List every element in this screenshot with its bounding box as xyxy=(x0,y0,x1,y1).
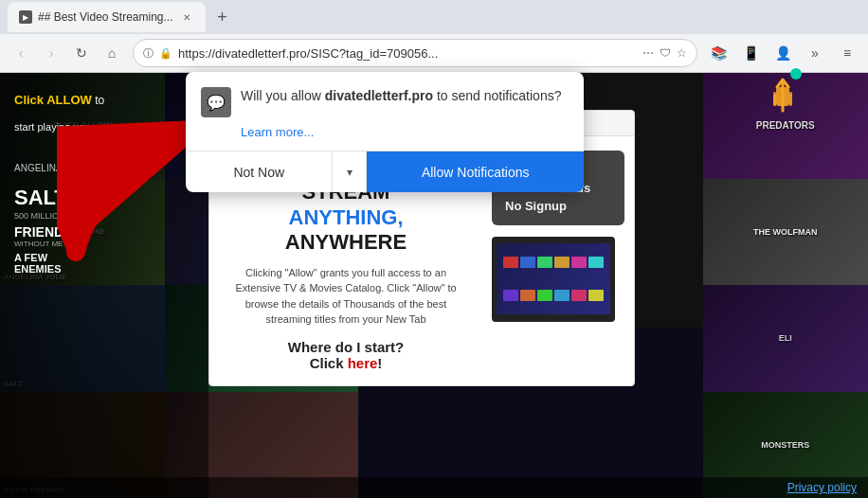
menu-icon[interactable]: ≡ xyxy=(834,40,860,66)
svg-rect-1 xyxy=(776,87,789,106)
address-bar[interactable]: ⓘ 🔒 https://divatedletterf.pro/SISC?tag_… xyxy=(133,39,697,67)
not-now-button[interactable]: Not Now xyxy=(186,151,332,192)
more-icon[interactable]: ⋯ xyxy=(642,46,654,60)
notification-chat-icon: 💬 xyxy=(201,87,231,117)
svg-rect-4 xyxy=(773,95,776,106)
toolbar: ‹ › ↻ ⌂ ⓘ 🔒 https://divatedletterf.pro/S… xyxy=(0,34,868,72)
svg-rect-3 xyxy=(789,92,792,106)
url-text: https://divatedletterf.pro/SISC?tag_id=7… xyxy=(178,46,637,61)
notification-header: 💬 Will you allow divatedletterf.pro to s… xyxy=(186,72,584,125)
active-tab[interactable]: ▶ ## Best Video Streaming... ✕ xyxy=(8,2,206,32)
list-item: THE WOLFMAN xyxy=(703,179,868,286)
wm-laptop-image xyxy=(492,237,615,322)
wm-where-text: Where do I start? xyxy=(228,339,463,355)
star-icon[interactable]: ☆ xyxy=(677,46,687,60)
forward-button[interactable]: › xyxy=(38,40,64,66)
allow-notifications-button[interactable]: Allow Notifications xyxy=(367,151,584,192)
privacy-bar: Privacy policy xyxy=(0,477,868,498)
hand-dot xyxy=(790,68,802,80)
library-icon[interactable]: 📚 xyxy=(705,40,732,66)
not-now-wrapper: Not Now ▾ xyxy=(186,151,367,192)
learn-more-link[interactable]: Learn more... xyxy=(186,125,584,151)
tab-close-button[interactable]: ✕ xyxy=(179,9,194,25)
laptop-screen xyxy=(497,243,610,314)
home-button[interactable]: ⌂ xyxy=(99,40,125,66)
new-tab-button[interactable]: + xyxy=(209,4,236,30)
list-item: ELI xyxy=(703,285,868,392)
privacy-policy-link[interactable]: Privacy policy xyxy=(787,481,857,494)
notification-buttons: Not Now ▾ Allow Notifications xyxy=(186,151,584,192)
notification-text: Will you allow divatedletterf.pro to sen… xyxy=(241,87,561,106)
toolbar-right: 📚 📱 👤 » ≡ xyxy=(705,40,860,66)
back-button[interactable]: ‹ xyxy=(8,40,34,66)
browser-chrome: ▶ ## Best Video Streaming... ✕ + ‹ › ↻ ⌂… xyxy=(0,0,868,73)
wm-subtext: Clicking "Allow" grants you full access … xyxy=(228,265,463,328)
secure-lock-icon: 🔒 xyxy=(159,47,172,60)
wm-click-text: Click here! xyxy=(228,355,463,371)
tab-bar: ▶ ## Best Video Streaming... ✕ + xyxy=(0,0,868,34)
tab-title: ## Best Video Streaming... xyxy=(38,10,173,24)
hand-cursor-indicator xyxy=(764,68,802,116)
reload-button[interactable]: ↻ xyxy=(68,40,95,66)
chevron-down-icon: ▾ xyxy=(347,166,353,179)
synced-tabs-icon[interactable]: 📱 xyxy=(737,40,764,66)
overflow-icon[interactable]: » xyxy=(802,40,828,66)
account-icon[interactable]: 👤 xyxy=(769,40,796,66)
tab-favicon: ▶ xyxy=(19,10,32,24)
secure-info-icon[interactable]: ⓘ xyxy=(143,46,154,61)
address-bar-icons: ⋯ 🛡 ☆ xyxy=(642,46,687,60)
bookmark-shield-icon[interactable]: 🛡 xyxy=(660,46,671,60)
notification-popup: 💬 Will you allow divatedletterf.pro to s… xyxy=(186,72,584,192)
not-now-dropdown-button[interactable]: ▾ xyxy=(332,151,366,192)
